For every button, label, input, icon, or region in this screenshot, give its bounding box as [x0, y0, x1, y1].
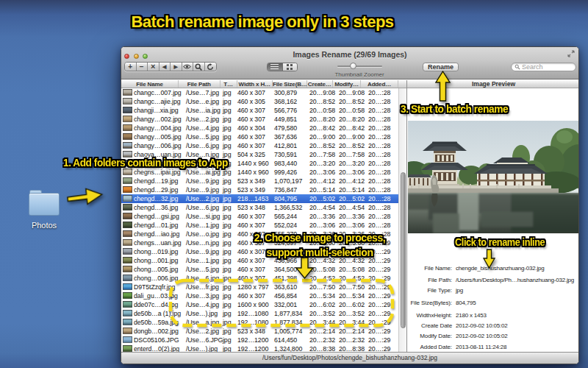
column-header-3[interactable]: Width x H… [237, 80, 273, 88]
cell-dims: 523 x 348 [237, 327, 273, 336]
cell-create: 20…3:20 [309, 159, 338, 168]
column-header-7[interactable]: Added… [361, 80, 398, 88]
table-row[interactable]: chegns…ipai.jpg/Use…ai.jpgjpg1440 x 9609… [121, 168, 406, 177]
table-row[interactable]: changy…006.jpg/Use…6.jpgjpg460 x 307412,… [121, 141, 406, 150]
column-header-0[interactable]: File Name [121, 80, 179, 88]
file-thumbnail [123, 169, 132, 175]
field-value[interactable]: chengde_bishushanzhuang-032.jpg [456, 265, 545, 272]
column-header-6[interactable]: Modify… [333, 80, 361, 88]
vertical-scrollbar[interactable] [398, 88, 406, 353]
cell-path: /Use…si.jpg [186, 212, 222, 221]
cell-name: DSC05106.JPG [134, 336, 185, 344]
cell-type: jpg [223, 336, 237, 344]
search-placeholder: Search [522, 63, 543, 71]
cell-create: 20…8:20 [309, 115, 338, 124]
cell-path: /Use…5.jpg [186, 265, 222, 274]
table-row[interactable]: changy…002.jpg/Use…2.jpgjpg460 x 307449,… [121, 115, 406, 124]
thumbnail-zoomer-slider[interactable] [337, 62, 382, 70]
cell-dims: 460 x 307 [237, 221, 273, 230]
file-thumbnail [123, 310, 132, 316]
column-header-1[interactable]: File Path [179, 80, 220, 88]
table-row[interactable]: chengd…29.jpg/Use…9.jpgjpg523 x 349736,8… [121, 185, 406, 194]
cell-added: 20…:28 [368, 124, 398, 132]
table-row[interactable]: chengd…01.jpg/Use…1.jpgjpg460 x 307552,0… [121, 221, 406, 230]
field-value: 2012-09-02 10:05:02 [456, 322, 508, 329]
step2-line2: support multi-selection [230, 245, 409, 260]
field-label: Create Date [421, 322, 452, 329]
table-row[interactable]: changy…005.jpg/Use…5.jpgjpg460 x 307367,… [121, 132, 406, 141]
cell-type: jpg [223, 115, 237, 124]
file-thumbnail [123, 239, 132, 246]
remove-button[interactable]: − [137, 63, 148, 71]
cell-path: /Use…2.jpg [186, 194, 222, 203]
cell-size: 552,024 [274, 221, 308, 230]
table-row[interactable]: dongb…002.jpg/Use…2.jpgjpg523 x 3481,005… [121, 327, 406, 336]
table-row[interactable]: changji…xia.jpg/Use…ia.jpgjpg460 x 30756… [121, 106, 406, 115]
cell-type: jpg [223, 132, 237, 141]
table-row[interactable]: changc…ajie.jpg/Use…e.jpgjpg460 x 305368… [121, 97, 406, 106]
field-value: 2012-09-02 10:05:02 [456, 333, 508, 339]
grid-view-button[interactable] [282, 63, 298, 71]
rename-button[interactable]: Rename [423, 63, 459, 71]
cell-create: 20…8:42 [309, 124, 338, 132]
refresh-button[interactable] [205, 63, 217, 71]
preview-button[interactable] [182, 63, 194, 71]
column-header-2[interactable]: T… [220, 80, 237, 88]
cell-modify: 20…9:08 [339, 88, 368, 97]
cell-dims: 460 x 307 [237, 141, 273, 150]
preview-photo [408, 121, 579, 233]
field-value: 2013-08-11 11:24:28 [456, 344, 506, 350]
cell-path: /Use…1.jpg [186, 256, 222, 265]
table-row[interactable]: chengd…gsi.jpg/Use…si.jpgjpg460 x 307565… [121, 212, 406, 221]
status-bar: /Users/fun/Desktop/Photos/chengde_bishus… [121, 352, 578, 364]
arrow-down-to-filename-icon [483, 249, 495, 269]
cell-size: 999,426 [274, 168, 308, 177]
window-title: Images Rename (29/69 Images) [121, 50, 578, 59]
cell-name: changc…ajie.jpg [134, 97, 185, 106]
cell-added: 20…:28 [368, 221, 398, 230]
info-field-row: File Size(Bytes):804,795 [407, 300, 579, 308]
delete-button[interactable]: × [148, 63, 159, 71]
table-row[interactable]: changc…007.jpg/Use…7.jpgjpg460 x 307300,… [121, 88, 406, 97]
forward-button[interactable]: ▶ [171, 63, 182, 71]
column-header-5[interactable]: Create… [307, 80, 334, 88]
table-row[interactable]: changy…004.jpg/Use…4.jpgjpg460 x 304479,… [121, 124, 406, 132]
table-row[interactable]: chengd…19.jpg/Use…9.jpgjpg523 x 3491,070… [121, 177, 406, 185]
list-view-button[interactable] [268, 63, 282, 71]
cell-size: 614,450 [274, 336, 308, 344]
info-field-row: Added Date:2013-08-11 11:24:28 [407, 344, 579, 352]
cell-size: 736,847 [274, 185, 308, 194]
table-row[interactable]: chengd…32.jpg/Use…2.jpgjpg218…1453804,79… [121, 194, 406, 203]
cell-create: 20…7:58 [309, 150, 338, 159]
column-header-4[interactable]: File Size(B… [273, 80, 307, 88]
cell-dims: 460 x 307 [237, 88, 273, 97]
cell-type: jpg [223, 203, 237, 212]
file-thumbnail [123, 248, 132, 255]
cell-modify: 20…2:32 [339, 336, 368, 344]
search-field[interactable]: Search [511, 63, 576, 71]
file-thumbnail [123, 292, 132, 299]
add-button[interactable]: + [125, 63, 137, 71]
fullscreen-icon[interactable] [567, 50, 575, 57]
file-thumbnail [123, 266, 132, 272]
window-chrome[interactable]: Images Rename (29/69 Images) +−×◀▶ Thumb… [121, 47, 578, 79]
field-label: File Name: [424, 265, 452, 272]
cell-path: /Use…5.jpg [186, 132, 222, 141]
cell-dims: 460 x 305 [237, 97, 273, 106]
file-thumbnail [123, 142, 132, 149]
table-row[interactable]: DSC05106.JPG/Use…6.JPGjpg192…1200614,450… [121, 336, 406, 344]
file-thumbnail [123, 133, 132, 140]
photos-folder-icon[interactable] [29, 190, 60, 216]
cell-added: 20…:28 [368, 203, 398, 212]
cell-size: 1,005,774 [274, 327, 308, 336]
field-value: jpg [456, 287, 463, 294]
cell-dims: 218…1453 [237, 194, 273, 203]
find-button[interactable] [193, 63, 205, 71]
cell-create: 20…5:14 [309, 185, 338, 194]
slider-knob[interactable] [350, 63, 356, 69]
cell-type: jpg [223, 106, 237, 115]
table-row[interactable]: chengd…36.jpg/Use…6.jpgjpg523 x 3481,366… [121, 203, 406, 212]
back-button[interactable]: ◀ [159, 63, 171, 71]
table-row[interactable]: chong…005.jpg/Use…5.jpgjpg460 x 307364,5… [121, 265, 406, 274]
inline-rename-tip-text: Click to rename inline [455, 236, 545, 248]
